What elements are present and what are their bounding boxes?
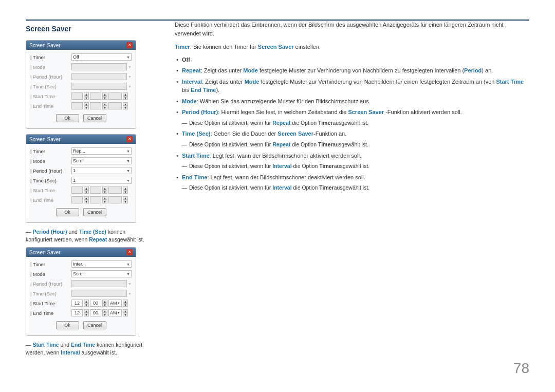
bullet-starttime-sub-timer: Timer [319,163,334,169]
bullet-mode: Mode: Wählen Sie das anzuzeigende Muster… [175,97,529,106]
dialog-1-footer: Ok Cancel [30,111,132,125]
dialog-3-end-ampm[interactable]: AM▼ [108,309,122,316]
dialog-3-ok-button[interactable]: Ok [56,321,79,329]
dialog-2-end-ampm-up: ▲ [123,196,128,200]
dialog-3-endtime-label: | End Time [30,310,71,316]
caption-2-interval: Interval [61,349,80,356]
dialog-2-end-m [90,196,101,203]
dialog-3-endtime-row: | End Time 12 ▲▼ 00 ▲▼ AM▼ ▲▼ [30,309,132,317]
dialog-1-start-ampm-dn: ▼ [123,96,128,100]
dialog-3-end-h-dn[interactable]: ▼ [84,313,89,316]
dialog-3-start-m-dn[interactable]: ▼ [102,303,107,307]
right-column: Diese Funktion verhindert das Einbrennen… [159,21,529,371]
dialog-2-mode-select[interactable]: Scroll ▼ [71,157,132,164]
dialog-1-endtime-row: | End Time ▲▼ ▲▼ ▲▼ [30,102,132,110]
dialog-2-timer-row: | Timer Rep... ▼ [30,147,132,155]
bullet-interval-endtime: End Time [191,87,216,93]
dialog-2-close[interactable]: ✕ [126,136,133,142]
dialog-2-titlebar: Screen Saver ✕ [26,135,136,144]
bullet-endtime: End Time: Legt fest, wann der Bildschirm… [175,173,529,182]
dialog-2-timesec-label: | Time (Sec) [30,178,71,183]
dialog-1-timesec-input [71,83,127,90]
dialog-1-mode-arrow: ▼ [128,65,132,69]
top-border [26,20,529,21]
dialog-1-end-ampm-dn: ▼ [123,106,128,109]
section-title: Screen Saver [26,25,149,33]
dialog-3-end-m-up[interactable]: ▲ [102,309,107,313]
dialog-3-mode-label: | Mode [30,271,71,277]
timer-end: einstellen. [294,44,321,50]
dialog-1-start-m-up: ▲ [102,92,107,96]
dialog-2-endtime-row: | End Time ▲▼ ▲▼ ▲▼ [30,196,132,204]
dialog-1-end-m [90,102,101,109]
dialog-3-mode-select[interactable]: Scroll ▼ [71,270,132,277]
dialog-2-end-ampm-dn: ▼ [123,200,128,203]
dialog-2-timer-select[interactable]: Rep... ▼ [71,147,132,155]
bullet-starttime-label: Start Time [182,153,210,159]
dialog-3-cancel-button[interactable]: Cancel [83,321,106,329]
dialog-3-timer-value: Inter... [73,262,86,267]
dialog-3-end-ampm-up[interactable]: ▲ [123,309,128,313]
dialog-2-timesec-select[interactable]: 1 ▼ [71,177,132,184]
dialog-3-mode-arrow: ▼ [126,272,130,276]
bullet-timesec-label: Time (Sec) [182,130,210,137]
dialog-2-timer-label: | Timer [30,148,71,154]
dialog-2-mode-value: Scroll [73,158,85,163]
dialog-2-start-ampm-up: ▲ [123,186,128,190]
dialog-3-end-ampm-dn[interactable]: ▼ [123,313,128,316]
dialog-3-titlebar: Screen Saver ✕ [26,248,136,257]
bullet-endtime-sub: Diese Option ist aktiviert, wenn für Int… [175,184,529,192]
dialog-1-close[interactable]: ✕ [126,42,133,48]
dialog-1-starttime-row: | Start Time ▲▼ ▲▼ ▲▼ [30,92,132,100]
timer-desc: : Sie können den Timer für [190,44,258,50]
dialog-3-end-h: 12 [71,309,83,316]
left-column: Screen Saver Screen Saver ✕ | Timer Off … [26,21,159,371]
dialog-3-close[interactable]: ✕ [126,249,133,255]
bullet-interval-mode: Mode [245,79,260,85]
dialog-1-starttime-field: ▲▼ ▲▼ ▲▼ [71,92,128,100]
dialog-1-timesec-row: | Time (Sec) ▼ [30,82,132,90]
dialog-3-endtime-field: 12 ▲▼ 00 ▲▼ AM▼ ▲▼ [71,309,128,316]
dialog-2-ok-button[interactable]: Ok [56,208,79,216]
dialog-3-start-m-up[interactable]: ▲ [102,300,107,303]
dialog-3-end-m-dn[interactable]: ▼ [102,313,107,316]
bullet-repeat: Repeat: Zeigt das unter Mode festgelegte… [175,66,529,75]
caption-2-starttime: Start Time [32,342,59,348]
dialog-3-start-h-up[interactable]: ▲ [84,300,89,303]
dialog-2-cancel-button[interactable]: Cancel [83,208,106,216]
dialog-3-start-ampm-up[interactable]: ▲ [123,300,128,303]
dialog-3-mode-value: Scroll [73,271,85,276]
caption-1: — Period (Hour) und Time (Sec) können ko… [26,228,149,243]
bullet-interval: Interval: Zeigt das unter Mode festgeleg… [175,78,529,95]
bullet-starttime-sub-interval: Interval [272,163,291,169]
dialog-2-start-m-up: ▲ [102,186,107,190]
timer-bold: Screen Saver [258,44,294,50]
dialog-3-starttime-label: | Start Time [30,301,71,306]
dialog-1-end-m-dn: ▼ [102,106,107,109]
dialog-2-endtime-field: ▲▼ ▲▼ ▲▼ [71,196,128,203]
dialog-3-timer-select[interactable]: Inter... ▼ [71,260,132,268]
dialog-3-start-ampm[interactable]: AM▼ [108,300,122,307]
intro-text: Diese Funktion verhindert das Einbrennen… [175,21,529,38]
dialog-2-end-h-dn: ▼ [84,200,89,203]
dialog-3-period-arrow: ▼ [128,282,132,286]
dialog-1-ok-button[interactable]: Ok [56,114,79,122]
dialog-2-period-select[interactable]: 1 ▼ [71,167,132,174]
dialog-3-end-h-up[interactable]: ▲ [84,309,89,313]
dialog-1-period-arrow: ▼ [128,75,132,79]
bullet-interval-label: Interval [182,79,202,85]
dialog-1-end-h [71,102,83,109]
dialog-1-cancel-button[interactable]: Cancel [83,114,106,122]
dialog-3-start-ampm-dn[interactable]: ▼ [123,303,128,307]
dialog-1-timer-select[interactable]: Off ▼ [71,53,132,61]
dialog-1-end-m-up: ▲ [102,102,107,106]
dialog-2-mode-label: | Mode [30,158,71,164]
dialog-2-period-label: | Period (Hour) [30,168,71,174]
bullet-timesec-sub: Diese Option ist aktiviert, wenn für Rep… [175,141,529,149]
dialog-3-start-h-dn[interactable]: ▼ [84,303,89,307]
dialog-3-timer-row: | Timer Inter... ▼ [30,260,132,268]
timer-intro-line: Timer: Sie können den Timer für Screen S… [175,43,529,51]
dialog-1-period-row: | Period (Hour) ▼ [30,72,132,81]
dialog-1: Screen Saver ✕ | Timer Off ▼ | Mode ▼ [26,40,136,129]
dialog-2-start-h-dn: ▼ [84,190,89,194]
